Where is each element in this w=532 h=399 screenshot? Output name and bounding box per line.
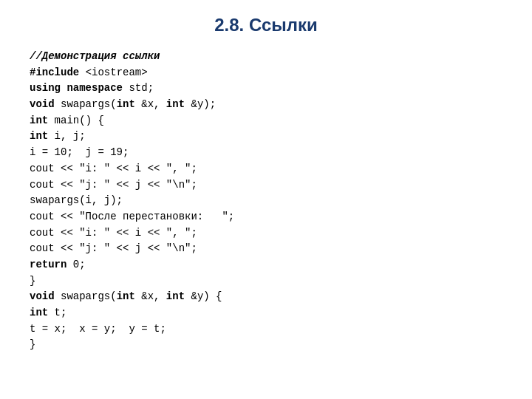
code-normal: &x, xyxy=(135,290,166,302)
code-line: swapargs(i, j); xyxy=(30,193,502,209)
code-keyword: void xyxy=(30,98,55,110)
code-normal: t; xyxy=(48,307,66,318)
page: 2.8. Ссылки //Демонстрация ссылки#includ… xyxy=(0,0,532,399)
code-normal: std; xyxy=(123,82,154,94)
code-normal: i, j; xyxy=(48,130,85,142)
code-keyword: int xyxy=(30,115,48,126)
code-normal: &y); xyxy=(185,98,216,110)
code-keyword: #include xyxy=(30,66,86,78)
code-line: //Демонстрация ссылки xyxy=(30,49,502,65)
code-keyword: void xyxy=(30,290,55,302)
code-line: } xyxy=(30,273,502,290)
code-line: cout << "i: " << i << ", "; xyxy=(30,225,502,242)
code-keyword: int xyxy=(166,98,185,110)
code-line: t = x; x = y; y = t; xyxy=(30,321,502,338)
code-normal: &y) { xyxy=(185,290,222,302)
code-normal: 0; xyxy=(66,259,85,270)
code-line: int main() { xyxy=(30,113,502,129)
code-line: cout << "i: " << i << ", "; xyxy=(30,161,502,177)
code-line: return 0; xyxy=(30,257,502,273)
code-keyword: int xyxy=(117,290,135,302)
code-keyword: int xyxy=(30,130,48,142)
code-line: cout << "После перестановки: "; xyxy=(30,209,502,225)
code-comment: //Демонстрация ссылки xyxy=(30,50,160,62)
code-line: #include <iostream> xyxy=(30,65,502,81)
code-line: cout << "j: " << j << "\n"; xyxy=(30,177,502,194)
code-line: } xyxy=(30,337,502,353)
code-line: cout << "j: " << j << "\n"; xyxy=(30,241,502,257)
code-line: int i, j; xyxy=(30,129,502,145)
code-keyword: return xyxy=(30,259,66,270)
code-keyword: using namespace xyxy=(30,82,123,94)
code-keyword: int xyxy=(30,307,48,318)
code-normal: swapargs( xyxy=(55,290,117,302)
code-normal: swapargs( xyxy=(55,98,117,110)
code-line: i = 10; j = 19; xyxy=(30,145,502,161)
code-normal: main() { xyxy=(48,115,104,126)
code-keyword: int xyxy=(166,290,185,302)
code-line: void swapargs(int &x, int &y); xyxy=(30,97,502,113)
page-title: 2.8. Ссылки xyxy=(214,15,318,35)
code-line: void swapargs(int &x, int &y) { xyxy=(30,289,502,305)
code-block: //Демонстрация ссылки#include <iostream>… xyxy=(30,49,502,353)
code-keyword: int xyxy=(117,98,135,110)
code-line: int t; xyxy=(30,305,502,321)
code-normal: &x, xyxy=(135,98,166,110)
code-line: using namespace std; xyxy=(30,81,502,97)
code-normal: <iostream> xyxy=(86,66,148,78)
